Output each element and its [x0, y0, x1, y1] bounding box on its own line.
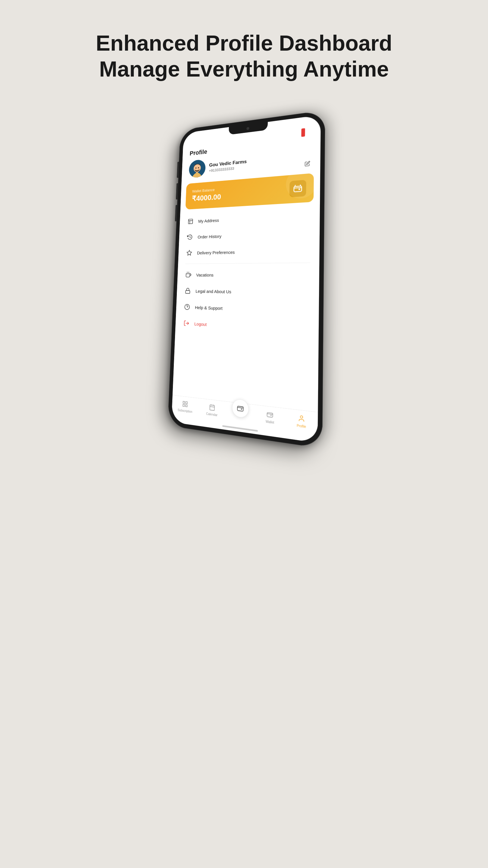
menu-item-vacations[interactable]: Vacations [177, 266, 319, 284]
svg-rect-13 [186, 290, 190, 293]
vacation-icon [185, 271, 192, 279]
subscription-icon [181, 399, 189, 409]
calendar-icon [208, 403, 216, 412]
nav-label-profile: Profile [297, 424, 306, 429]
menu-section-1: My Address Order History [178, 205, 320, 262]
wallet-nav-icon [266, 410, 274, 420]
menu-label-logout: Logout [194, 321, 207, 327]
legal-icon [184, 287, 192, 295]
menu-label-order-history: Order History [198, 234, 221, 239]
phone-outer: Profile [167, 110, 325, 448]
menu-item-delivery-prefs[interactable]: Delivery Preferences [178, 242, 320, 261]
nav-label-calendar: Calendar [206, 412, 218, 417]
user-info: Gou Vedic Farms +913333333333 [209, 152, 312, 173]
phone-mockup: Profile [167, 110, 325, 448]
history-icon [186, 233, 194, 241]
logout-icon [183, 319, 190, 327]
phone-screen: Profile [171, 115, 321, 443]
wallet-icon-box [290, 180, 306, 197]
svg-line-7 [189, 221, 193, 221]
page-title: Enhanced Profile Dashboard Manage Everyt… [96, 30, 392, 82]
menu-label-my-address: My Address [198, 218, 219, 223]
home-bar [222, 425, 258, 432]
svg-rect-20 [186, 405, 187, 407]
nav-item-wallet[interactable]: Wallet [255, 408, 286, 426]
svg-rect-19 [183, 404, 185, 407]
svg-rect-5 [294, 186, 302, 192]
nav-label-subscription: Subscription [177, 408, 192, 413]
svg-point-27 [300, 415, 303, 418]
nav-label-wallet: Wallet [266, 420, 274, 424]
svg-rect-18 [186, 402, 187, 404]
screen-content: Profile [171, 115, 321, 443]
bottom-nav: Subscription Calendar [171, 395, 318, 443]
menu-label-delivery-prefs: Delivery Preferences [197, 250, 235, 255]
nav-item-subscription[interactable]: Subscription [172, 398, 199, 414]
nav-center-home[interactable] [226, 398, 255, 419]
menu-label-legal: Legal and About Us [195, 288, 231, 294]
menu-divider [185, 262, 310, 264]
wallet-amount: ₹4000.00 [192, 192, 221, 203]
delivery-icon [186, 249, 193, 257]
svg-rect-6 [188, 219, 193, 224]
nav-item-profile[interactable]: Profile [285, 412, 318, 430]
svg-marker-9 [187, 250, 192, 255]
address-icon [187, 217, 194, 225]
avatar [189, 159, 206, 178]
menu-label-help: Help & Support [195, 305, 223, 311]
svg-line-24 [210, 407, 214, 407]
help-icon [184, 303, 191, 311]
nav-center-button[interactable] [232, 398, 249, 418]
edit-icon[interactable] [303, 159, 312, 168]
svg-rect-17 [183, 401, 185, 403]
menu-section-2: Vacations Legal and About Us [175, 264, 319, 341]
nav-item-calendar[interactable]: Calendar [198, 401, 226, 418]
notification-dot [301, 128, 305, 137]
svg-rect-25 [237, 406, 243, 411]
svg-rect-21 [210, 405, 215, 410]
svg-rect-26 [267, 412, 273, 417]
phone-camera [247, 127, 249, 130]
wallet-info: Wallet Balance ₹4000.00 [192, 187, 221, 203]
menu-label-vacations: Vacations [196, 273, 214, 277]
profile-nav-icon [297, 413, 306, 424]
